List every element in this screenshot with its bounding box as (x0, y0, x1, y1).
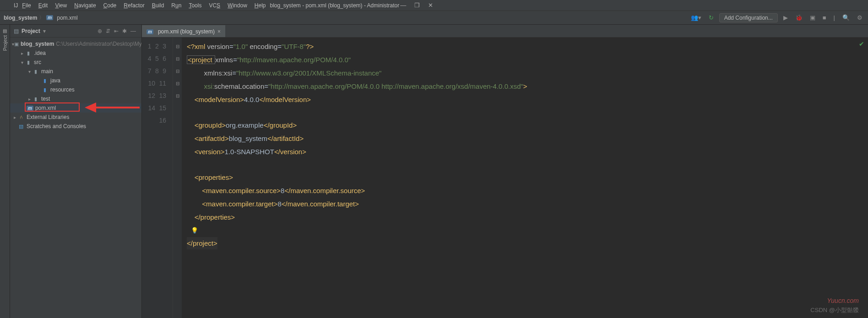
tree-java[interactable]: ▮ java (10, 76, 141, 85)
gear-icon[interactable]: ✱ (120, 28, 129, 34)
tree-main[interactable]: ▾▮ main (10, 67, 141, 76)
tree-root[interactable]: ▾▣ blog_system C:\Users\Administrator\De… (10, 39, 141, 49)
watermark-csdn: CSDN @小型骷髅 (810, 306, 859, 314)
chevron-right-icon: 〉 (39, 14, 44, 22)
expand-icon[interactable]: ⇵ (104, 28, 112, 34)
tab-close-icon[interactable]: × (217, 28, 221, 35)
divider: | (832, 14, 837, 21)
lightbulb-icon[interactable]: 💡 (191, 227, 198, 234)
tree-pom[interactable]: m pom.xml (10, 103, 141, 113)
locate-icon[interactable]: ⊕ (96, 28, 104, 34)
close-icon[interactable]: ✕ (428, 2, 433, 9)
panel-title[interactable]: Project (22, 28, 40, 34)
menu-help[interactable]: Help (251, 1, 269, 10)
menu-code[interactable]: Code (100, 1, 120, 10)
editor-tabbar: m pom.xml (blog_system) × (142, 25, 868, 38)
line-gutter: 1 2 3 4 5 6 7 8 9 10 11 12 13 14 15 16 (142, 38, 173, 318)
debug-icon[interactable]: 🐞 (793, 14, 804, 21)
breadcrumb: blog_system 〉 m pom.xml (4, 14, 78, 22)
watermark-yuucn: Yuucn.com (827, 297, 859, 304)
add-configuration-button[interactable]: Add Configuration... (719, 13, 778, 22)
hide-icon[interactable]: — (129, 28, 138, 34)
stop-icon[interactable]: ■ (821, 14, 828, 21)
menu-file[interactable]: File (19, 1, 34, 10)
code-content[interactable]: <?xml version="1.0" encoding="UTF-8"?> <… (182, 38, 868, 318)
maven-icon: m (46, 15, 53, 20)
tree-src[interactable]: ▾▮ src (10, 58, 141, 67)
tab-label: pom.xml (blog_system) (158, 28, 215, 35)
build-icon[interactable]: ↻ (707, 14, 716, 21)
maximize-icon[interactable]: ❐ (414, 2, 420, 9)
tree-idea[interactable]: ▸▮ .idea (10, 49, 141, 58)
fold-gutter: ⊟ ⊟ ⊟ ⊟ ⊟ (173, 38, 182, 318)
tool-window-stripe: ▤ Project (0, 25, 10, 318)
run-icon[interactable]: ▶ (781, 14, 790, 21)
coverage-icon[interactable]: ▣ (808, 14, 817, 21)
project-view-icon: ▤ (14, 28, 19, 34)
project-tree: ▾▣ blog_system C:\Users\Administrator\De… (10, 38, 141, 133)
collapse-icon[interactable]: ⇤ (112, 28, 120, 34)
search-icon[interactable]: 🔍 (841, 14, 852, 21)
project-tool-label[interactable]: Project (2, 35, 8, 51)
inspection-ok-icon[interactable]: ✔ (859, 40, 864, 48)
breadcrumb-file[interactable]: pom.xml (57, 15, 77, 21)
maven-icon: m (27, 106, 33, 111)
menu-edit[interactable]: Edit (35, 1, 51, 10)
menu-refactor[interactable]: Refactor (120, 1, 147, 10)
menu-run[interactable]: Run (168, 1, 184, 10)
menu-tools[interactable]: Tools (185, 1, 205, 10)
window-title: blog_system - pom.xml (blog_system) - Ad… (270, 2, 399, 9)
minimize-icon[interactable]: — (400, 2, 406, 9)
editor-body[interactable]: 1 2 3 4 5 6 7 8 9 10 11 12 13 14 15 16 ⊟… (142, 38, 868, 318)
tree-resources[interactable]: ▮ resources (10, 85, 141, 94)
editor-tab-pom[interactable]: m pom.xml (blog_system) × (142, 25, 225, 37)
tree-external-libs[interactable]: ▸⑃ External Libraries (10, 113, 141, 122)
menu-vcs[interactable]: VCS (206, 1, 223, 10)
dropdown-icon[interactable]: ▾ (43, 28, 46, 34)
settings-icon[interactable]: ⚙ (855, 14, 864, 21)
tree-test[interactable]: ▸▮ test (10, 94, 141, 103)
tree-scratches[interactable]: ▧ Scratches and Consoles (10, 122, 141, 131)
menubar: IJ File Edit View Navigate Code Refactor… (0, 0, 868, 11)
menu-navigate[interactable]: Navigate (71, 1, 99, 10)
maven-icon: m (146, 29, 153, 34)
navbar: blog_system 〉 m pom.xml 👥▾ ↻ Add Configu… (0, 11, 868, 25)
app-logo-icon: IJ (14, 2, 18, 9)
menu-view[interactable]: View (52, 1, 70, 10)
user-add-icon[interactable]: 👥▾ (689, 14, 703, 21)
breadcrumb-root[interactable]: blog_system (4, 15, 37, 21)
editor-area: m pom.xml (blog_system) × 1 2 3 4 5 6 7 … (142, 25, 868, 318)
menu-build[interactable]: Build (149, 1, 168, 10)
menu-window[interactable]: Window (224, 1, 250, 10)
project-panel: ▤ Project ▾ ⊕ ⇵ ⇤ ✱ — ▾▣ blog_system C:\… (10, 25, 142, 318)
project-tool-icon[interactable]: ▤ (3, 28, 7, 33)
